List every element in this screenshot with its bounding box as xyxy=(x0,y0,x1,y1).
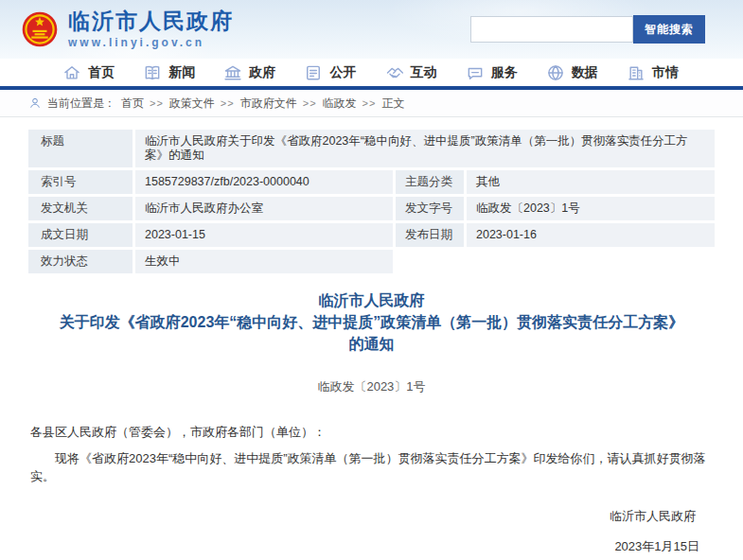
document-issue-date: 2023年1月15日 xyxy=(30,538,713,554)
nav-item-interaction[interactable]: 互动 xyxy=(385,63,437,82)
meta-label-publish-date: 发布日期 xyxy=(396,223,464,247)
nav-item-home[interactable]: 首页 xyxy=(62,63,115,82)
document-meta-table: 标题 临沂市人民政府关于印发《省政府2023年“稳中向好、进中提质”政策清单（第… xyxy=(28,130,715,273)
city-info-icon xyxy=(627,63,646,82)
meta-value-doc-number: 临政发〔2023〕1号 xyxy=(467,197,715,220)
meta-label-written-date: 成文日期 xyxy=(28,223,133,247)
site-url: www.linyi.gov.cn xyxy=(68,37,234,49)
nav-item-government[interactable]: 政府 xyxy=(223,63,275,82)
breadcrumb-separator: >> xyxy=(221,97,235,109)
meta-value-issuing-org: 临沂市人民政府办公室 xyxy=(135,197,393,220)
search-input[interactable] xyxy=(470,16,633,43)
document-paragraph: 现将《省政府2023年“稳中向好、进中提质”政策清单（第一批）贯彻落实责任分工方… xyxy=(30,449,713,485)
table-row: 标题 临沂市人民政府关于印发《省政府2023年“稳中向好、进中提质”政策清单（第… xyxy=(28,130,715,167)
site-identity: 临沂市人民政府 www.linyi.gov.cn xyxy=(68,9,234,48)
document-title-line1: 临沂市人民政府 xyxy=(60,289,684,311)
breadcrumb-prefix: 当前位置是： xyxy=(47,96,115,112)
nav-item-label: 市情 xyxy=(652,64,679,81)
nav-item-label: 新闻 xyxy=(168,64,195,81)
government-icon xyxy=(223,63,242,82)
breadcrumb-separator: >> xyxy=(150,97,164,109)
nav-item-label: 政府 xyxy=(249,64,275,81)
meta-value-validity: 生效中 xyxy=(135,250,393,273)
meta-value-topic: 其他 xyxy=(467,170,715,194)
table-row: 效力状态 生效中 xyxy=(28,250,715,273)
breadcrumb-item-linzhengfa[interactable]: 临政发 xyxy=(323,96,357,112)
nav-item-news[interactable]: 新闻 xyxy=(143,63,195,82)
table-row: 成文日期 2023-01-15 发布日期 2023-01-16 xyxy=(28,223,715,247)
interaction-icon xyxy=(385,63,404,82)
nav-item-data[interactable]: 数据 xyxy=(546,63,598,82)
site-header: 临沂市人民政府 www.linyi.gov.cn 智能搜索 xyxy=(0,0,743,59)
breadcrumb-separator: >> xyxy=(303,97,317,109)
nav-item-label: 首页 xyxy=(88,64,115,81)
national-emblem-icon xyxy=(21,10,59,48)
nav-item-label: 互动 xyxy=(411,64,437,81)
main-nav: 首页 新闻 政府 公开 互动 服务 数据 xyxy=(0,59,743,90)
search-button[interactable]: 智能搜索 xyxy=(633,15,705,44)
meta-label-doc-number: 发文字号 xyxy=(396,197,464,220)
breadcrumb-item-current: 正文 xyxy=(381,96,404,112)
meta-value-written-date: 2023-01-15 xyxy=(135,223,393,247)
meta-label-title: 标题 xyxy=(28,130,133,167)
nav-item-label: 数据 xyxy=(572,64,598,81)
table-row: 索引号 1585729837/zfb/2023-0000040 主题分类 其他 xyxy=(28,170,715,194)
table-row: 发文机关 临沂市人民政府办公室 发文字号 临政发〔2023〕1号 xyxy=(28,197,715,220)
document-number: 临政发〔2023〕1号 xyxy=(30,378,713,395)
nav-item-disclosure[interactable]: 公开 xyxy=(304,63,356,82)
nav-item-services[interactable]: 服务 xyxy=(466,63,518,82)
document-title-line2: 关于印发《省政府2023年“稳中向好、进中提质”政策清单（第一批）贯彻落实责任分… xyxy=(60,311,684,355)
document-salutation: 各县区人民政府（管委会），市政府各部门（单位）： xyxy=(30,423,713,441)
breadcrumb-item-policy-files[interactable]: 政策文件 xyxy=(169,96,215,112)
breadcrumb-item-city-gov-files[interactable]: 市政府文件 xyxy=(240,96,297,112)
meta-label-validity: 效力状态 xyxy=(28,250,133,273)
data-icon xyxy=(546,63,565,82)
breadcrumb: 当前位置是： 首页 >> 政策文件 >> 市政府文件 >> 临政发 >> 正文 xyxy=(0,90,743,117)
document-issuer: 临沂市人民政府 xyxy=(30,508,713,524)
nav-item-city-info[interactable]: 市情 xyxy=(627,63,679,82)
services-icon xyxy=(466,63,485,82)
breadcrumb-item-home[interactable]: 首页 xyxy=(121,96,144,112)
breadcrumb-separator: >> xyxy=(363,97,377,109)
disclosure-icon xyxy=(304,63,323,82)
document-title: 临沂市人民政府 关于印发《省政府2023年“稳中向好、进中提质”政策清单（第一批… xyxy=(60,289,684,355)
nav-item-label: 公开 xyxy=(329,64,356,81)
meta-label-index-no: 索引号 xyxy=(28,170,133,194)
home-icon xyxy=(62,63,81,82)
document-content: 临沂市人民政府 关于印发《省政府2023年“稳中向好、进中提质”政策清单（第一批… xyxy=(0,289,743,560)
meta-label-issuing-org: 发文机关 xyxy=(28,197,133,220)
site-title: 临沂市人民政府 xyxy=(68,9,234,33)
news-icon xyxy=(143,63,162,82)
search-bar: 智能搜索 xyxy=(470,15,705,44)
user-location-icon xyxy=(28,96,42,110)
meta-label-topic: 主题分类 xyxy=(396,170,464,194)
meta-value-publish-date: 2023-01-16 xyxy=(467,223,715,247)
nav-item-label: 服务 xyxy=(491,64,518,81)
table-row-spacer xyxy=(396,250,715,273)
meta-value-title: 临沂市人民政府关于印发《省政府2023年“稳中向好、进中提质”政策清单（第一批）… xyxy=(135,130,715,167)
meta-value-index-no: 1585729837/zfb/2023-0000040 xyxy=(135,170,393,194)
